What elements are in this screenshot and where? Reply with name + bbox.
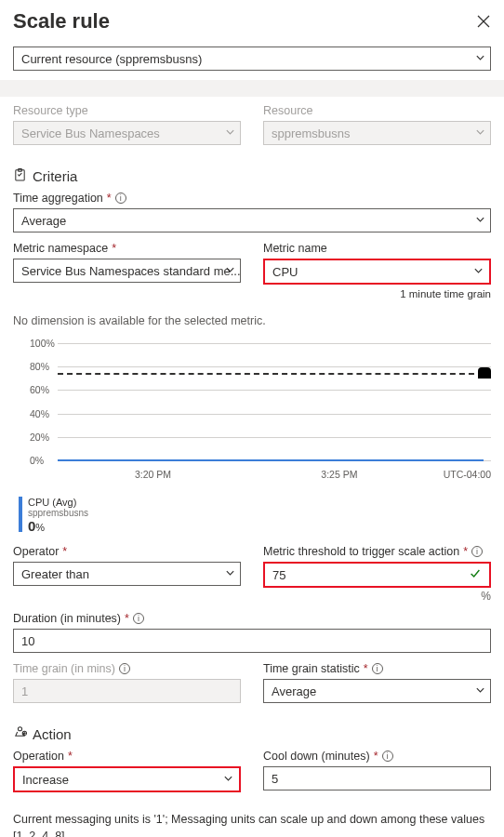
legend-series-name: CPU (Avg) bbox=[28, 497, 88, 508]
threshold-line bbox=[58, 373, 484, 375]
threshold-handle[interactable] bbox=[478, 367, 491, 379]
no-dimension-note: No dimension is available for the select… bbox=[13, 314, 491, 327]
svg-point-4 bbox=[18, 727, 21, 731]
y-tick: 20% bbox=[30, 432, 49, 443]
time-grain-stat-label: Time grain statistic* i bbox=[263, 662, 491, 675]
cooldown-input[interactable]: 5 bbox=[263, 766, 491, 790]
resource-type-select: Service Bus Namespaces bbox=[13, 121, 241, 145]
info-icon[interactable]: i bbox=[133, 613, 144, 624]
divider bbox=[0, 80, 504, 97]
info-icon[interactable]: i bbox=[115, 193, 126, 204]
x-tick: 3:25 PM bbox=[321, 469, 357, 480]
panel-title: Scale rule bbox=[13, 9, 110, 33]
legend-color bbox=[19, 497, 22, 532]
x-tick: 3:20 PM bbox=[135, 469, 171, 480]
action-heading: Action bbox=[33, 726, 72, 742]
threshold-label: Metric threshold to trigger scale action… bbox=[263, 545, 491, 558]
info-icon[interactable]: i bbox=[382, 751, 393, 762]
metric-namespace-label: Metric namespace* bbox=[13, 242, 241, 255]
metric-namespace-select[interactable]: Service Bus Namespaces standard me... bbox=[13, 259, 241, 283]
y-tick: 40% bbox=[30, 408, 49, 419]
y-tick: 100% bbox=[30, 338, 55, 349]
criteria-icon bbox=[13, 167, 27, 184]
cooldown-label: Cool down (minutes)* i bbox=[263, 750, 491, 763]
threshold-suffix: % bbox=[263, 590, 491, 603]
info-icon[interactable]: i bbox=[372, 663, 383, 674]
time-grain-stat-select[interactable]: Average bbox=[263, 679, 491, 703]
operator-label: Operator* bbox=[13, 545, 241, 558]
operation-select[interactable]: Increase bbox=[15, 769, 239, 790]
time-grain-input: 1 bbox=[13, 679, 241, 703]
resource-type-label: Resource type bbox=[13, 104, 241, 117]
metric-name-select[interactable]: CPU bbox=[265, 261, 489, 282]
action-icon bbox=[13, 725, 27, 742]
duration-input[interactable]: 10 bbox=[13, 629, 491, 653]
messaging-units-note: Current messaging units is '1'; Messagin… bbox=[13, 811, 491, 837]
series-line bbox=[58, 459, 484, 461]
y-tick: 60% bbox=[30, 384, 49, 395]
time-grain-label: Time grain (in mins) i bbox=[13, 662, 241, 675]
close-icon[interactable] bbox=[476, 14, 491, 29]
metric-chart: 100% 80% 60% 40% 20% 0% 3:20 PM 3:25 PM … bbox=[13, 337, 491, 534]
legend-unit: % bbox=[35, 522, 45, 533]
legend-resource: sppremsbusns bbox=[28, 508, 88, 518]
resource-label: Resource bbox=[263, 104, 491, 117]
operation-label: Operation* bbox=[13, 750, 241, 763]
operator-select[interactable]: Greater than bbox=[13, 562, 241, 586]
resource-select: sppremsbusns bbox=[263, 121, 491, 145]
timezone-label: UTC-04:00 bbox=[444, 469, 491, 480]
time-aggregation-label: Time aggregation* i bbox=[13, 192, 491, 205]
time-grain-note: 1 minute time grain bbox=[263, 288, 491, 299]
y-tick: 80% bbox=[30, 361, 49, 372]
threshold-input[interactable]: 75 bbox=[265, 565, 489, 585]
info-icon[interactable]: i bbox=[119, 663, 130, 674]
metric-name-label: Metric name bbox=[263, 242, 491, 255]
criteria-heading: Criteria bbox=[33, 168, 77, 184]
y-tick: 0% bbox=[30, 455, 44, 466]
info-icon[interactable]: i bbox=[471, 546, 483, 557]
current-resource-select[interactable]: Current resource (sppremsbusns) bbox=[13, 46, 491, 71]
check-icon bbox=[469, 567, 482, 583]
time-aggregation-select[interactable]: Average bbox=[13, 208, 491, 232]
duration-label: Duration (in minutes)* i bbox=[13, 612, 491, 625]
